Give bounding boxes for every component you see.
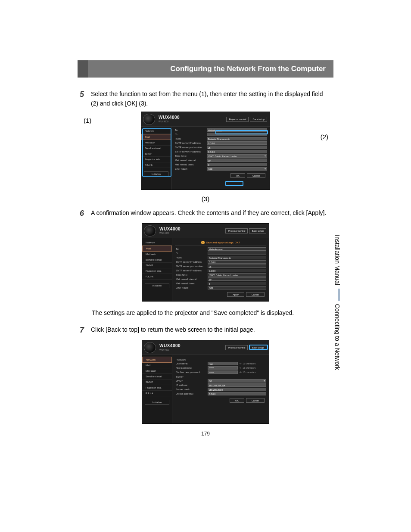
fig1-button-row: OK Cancel xyxy=(174,173,267,178)
callout-1: (1) xyxy=(84,117,91,124)
fig2-form: Save and apply settings. OK? To:MailerAc… xyxy=(172,238,269,301)
apply-button[interactable]: Apply xyxy=(227,292,244,297)
input-ip[interactable]: 192.168.254.254 xyxy=(208,383,266,387)
label-interval: Mail resend interval: xyxy=(175,278,208,280)
sidebar-item-snmp[interactable]: SNMP xyxy=(142,263,172,268)
cancel-button[interactable]: Cancel xyxy=(247,173,265,178)
section-password: Password xyxy=(176,358,266,361)
back-to-top-button[interactable]: Back to top xyxy=(249,228,266,233)
input-cc[interactable] xyxy=(207,133,267,136)
sidebar-item-pjlink[interactable]: PJLink xyxy=(142,274,172,280)
fig1-form: To:MailerAccount Cc: From:Projector@cano… xyxy=(171,127,270,190)
label-smtp-port: SMTP server port number: xyxy=(174,146,207,149)
select-timezone[interactable]: (GMT) Dublin, Lisbon, London xyxy=(207,154,267,158)
label-timezone: Time zone: xyxy=(174,155,207,157)
model-name: WUX4000 xyxy=(159,115,180,120)
label-smtp-ip: SMTP server IP address: xyxy=(175,261,208,263)
cancel-button[interactable]: Cancel xyxy=(246,398,265,403)
projector-lens-icon xyxy=(144,225,156,236)
back-to-top-button[interactable]: Back to top xyxy=(249,345,266,350)
margin-accent-icon xyxy=(338,289,340,301)
fig2-header: WUX4000 WUX4000 Projector control Back t… xyxy=(142,224,269,238)
sidebar-item-pjlink[interactable]: PJLink xyxy=(141,162,171,168)
sidebar-item-initialize[interactable]: Initialize xyxy=(145,400,169,405)
manual-page: Configuring the Network From the Compute… xyxy=(0,0,411,454)
step-5-number: 5 xyxy=(80,89,91,108)
section-tcpip: TCP/IP xyxy=(176,376,266,378)
input-new-pw[interactable]: ****** xyxy=(208,366,238,370)
callout-2: (2) xyxy=(321,133,328,140)
model-sub: WUX4000 xyxy=(159,232,181,234)
page-number: 179 xyxy=(0,431,411,437)
margin-text-a: Installation Manual xyxy=(334,235,341,285)
sidebar-item-network[interactable]: Network xyxy=(142,357,172,363)
step-7-number: 7 xyxy=(80,324,91,336)
sidebar-item-send-test[interactable]: Send test mail xyxy=(142,257,172,263)
input-gateway[interactable]: 0.0.0.0 xyxy=(208,392,266,395)
label-cc: Cc: xyxy=(175,252,208,255)
ok-button[interactable]: OK xyxy=(230,173,245,178)
note-new-pw: 4 - 15 characters xyxy=(240,367,256,369)
back-to-top-button[interactable]: Back to top xyxy=(250,117,267,122)
sidebar-item-initialize[interactable]: Initialize xyxy=(144,171,168,177)
step-5-text: Select the function to set from the menu… xyxy=(91,90,331,108)
figure-3: WUX4000 WUX4000 Projector control Back t… xyxy=(142,340,269,424)
sidebar-item-mail[interactable]: Mail xyxy=(142,246,172,252)
note-username: 4 - 15 characters xyxy=(240,362,256,365)
label-new-pw: New password: xyxy=(175,367,208,369)
value-smtp-ip2: 0.0.0.0 xyxy=(208,269,266,272)
sidebar-item-network[interactable]: Network xyxy=(141,128,171,134)
label-cc: Cc: xyxy=(174,133,207,136)
select-dhcp[interactable]: Off xyxy=(208,379,266,383)
label-username: User name: xyxy=(175,362,208,365)
model-name: WUX4000 xyxy=(159,227,181,231)
note-conf-pw: 4 - 15 characters xyxy=(240,371,256,373)
input-times[interactable]: 3 xyxy=(207,163,267,166)
sidebar-item-projector-info[interactable]: Projector info. xyxy=(141,157,171,162)
sidebar-item-send-test[interactable]: Send test mail xyxy=(142,374,172,380)
sidebar-item-initialize[interactable]: Initialize xyxy=(145,283,169,288)
sidebar-item-mail-auth[interactable]: Mail auth xyxy=(141,140,171,146)
sidebar-item-mail-auth[interactable]: Mail auth xyxy=(142,252,172,257)
input-conf-pw[interactable]: ****** xyxy=(208,370,238,374)
projector-control-button[interactable]: Projector control xyxy=(226,117,249,122)
figure-3-wrap: WUX4000 WUX4000 Projector control Back t… xyxy=(0,340,411,424)
value-from: Projector@canon.co.jp xyxy=(208,256,266,259)
value-smtp-ip: 0.0.0.0 xyxy=(208,260,266,264)
input-mask[interactable]: 255.255.255.0 xyxy=(208,388,266,391)
sidebar-item-send-test[interactable]: Send test mail xyxy=(141,146,171,151)
input-username[interactable]: root xyxy=(208,362,238,365)
confirm-message: Save and apply settings. OK? xyxy=(175,240,266,246)
fig3-form: Password User name:root4 - 15 characters… xyxy=(172,355,269,423)
value-cc xyxy=(208,252,266,255)
input-smtp-port[interactable]: 25 xyxy=(207,146,267,149)
sidebar-item-mail[interactable]: Mail xyxy=(142,363,172,368)
ok-button[interactable]: OK xyxy=(230,398,244,403)
fig2-button-row: Apply Cancel xyxy=(175,292,266,297)
cancel-button[interactable]: Cancel xyxy=(246,292,265,297)
label-smtp-ip: SMTP server IP address: xyxy=(174,142,207,144)
model-sub: WUX4000 xyxy=(159,349,181,351)
model-block: WUX4000 WUX4000 xyxy=(159,344,181,351)
sidebar-item-pjlink[interactable]: PJLink xyxy=(142,391,172,396)
sidebar-item-snmp[interactable]: SNMP xyxy=(141,151,171,157)
sidebar-item-projector-info[interactable]: Projector info. xyxy=(142,385,172,391)
input-smtp-ip2[interactable]: 0.0.0.0 xyxy=(207,150,267,153)
value-error: OFF xyxy=(208,286,266,289)
sidebar-item-mail-auth[interactable]: Mail auth xyxy=(142,368,172,374)
sidebar-item-mail[interactable]: Mail xyxy=(141,134,171,140)
input-from[interactable]: Projector@canon.co.jp xyxy=(207,137,267,140)
select-error[interactable]: OFF xyxy=(207,167,267,171)
sidebar-item-network[interactable]: Network xyxy=(142,240,172,246)
margin-text-b: Connecting to a Network xyxy=(334,304,341,370)
projector-control-button[interactable]: Projector control xyxy=(225,228,248,233)
input-interval[interactable]: 10 xyxy=(207,159,267,162)
projector-lens-icon xyxy=(143,114,155,125)
projector-control-button[interactable]: Projector control xyxy=(225,345,248,350)
input-to[interactable]: MailerAccount xyxy=(207,128,267,132)
sidebar-item-projector-info[interactable]: Projector info. xyxy=(142,268,172,274)
input-smtp-ip[interactable]: 0.0.0.0 xyxy=(207,141,267,145)
label-smtp-port: SMTP server port number: xyxy=(175,265,208,268)
sidebar-item-snmp[interactable]: SNMP xyxy=(142,380,172,385)
value-times: 3 xyxy=(208,282,266,285)
